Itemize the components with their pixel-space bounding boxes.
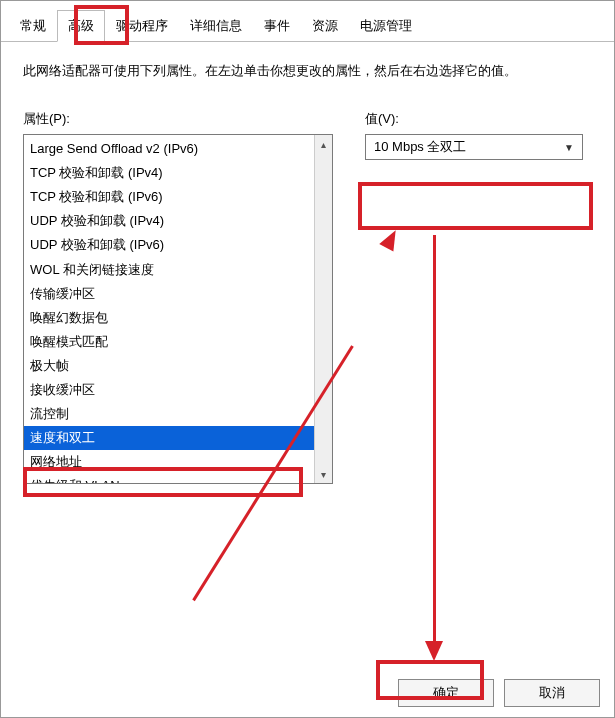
- chevron-down-icon: ▼: [560, 138, 578, 156]
- listbox-scrollbar[interactable]: ▴ ▾: [314, 135, 332, 483]
- value-dropdown[interactable]: 10 Mbps 全双工 ▼: [365, 134, 583, 160]
- property-list-item[interactable]: 极大帧: [24, 354, 314, 378]
- cancel-button[interactable]: 取消: [504, 679, 600, 707]
- ok-button[interactable]: 确定: [398, 679, 494, 707]
- property-list-item[interactable]: WOL 和关闭链接速度: [24, 258, 314, 282]
- property-list-item[interactable]: 网络地址: [24, 450, 314, 474]
- value-dropdown-selected: 10 Mbps 全双工: [374, 138, 466, 156]
- property-list-item[interactable]: 唤醒幻数据包: [24, 306, 314, 330]
- property-list-item[interactable]: 速度和双工: [24, 426, 314, 450]
- scroll-up-icon[interactable]: ▴: [316, 135, 332, 153]
- tab-power-management[interactable]: 电源管理: [349, 10, 423, 42]
- property-list-item[interactable]: Large Send Offload v2 (IPv6): [24, 137, 314, 161]
- tab-content-advanced: 此网络适配器可使用下列属性。在左边单击你想更改的属性，然后在右边选择它的值。 属…: [1, 42, 614, 658]
- tab-driver[interactable]: 驱动程序: [105, 10, 179, 42]
- property-label: 属性(P):: [23, 110, 333, 128]
- tab-details[interactable]: 详细信息: [179, 10, 253, 42]
- property-list-item[interactable]: TCP 校验和卸载 (IPv6): [24, 185, 314, 209]
- tab-strip: 常规 高级 驱动程序 详细信息 事件 资源 电源管理: [1, 1, 614, 42]
- property-listbox[interactable]: Large Send Offload v2 (IPv6)TCP 校验和卸载 (I…: [23, 134, 333, 484]
- tab-events[interactable]: 事件: [253, 10, 301, 42]
- tab-resources[interactable]: 资源: [301, 10, 349, 42]
- property-list-item[interactable]: UDP 校验和卸载 (IPv4): [24, 209, 314, 233]
- tab-advanced[interactable]: 高级: [57, 10, 105, 42]
- property-list-item[interactable]: 接收缓冲区: [24, 378, 314, 402]
- tab-general[interactable]: 常规: [9, 10, 57, 42]
- properties-dialog: 常规 高级 驱动程序 详细信息 事件 资源 电源管理 此网络适配器可使用下列属性…: [0, 0, 615, 718]
- property-list-item[interactable]: 优先级和 VLAN: [24, 474, 314, 483]
- property-list-item[interactable]: 流控制: [24, 402, 314, 426]
- scroll-down-icon[interactable]: ▾: [316, 465, 332, 483]
- property-list-item[interactable]: TCP 校验和卸载 (IPv4): [24, 161, 314, 185]
- value-label: 值(V):: [365, 110, 592, 128]
- property-list-item[interactable]: 传输缓冲区: [24, 282, 314, 306]
- description-text: 此网络适配器可使用下列属性。在左边单击你想更改的属性，然后在右边选择它的值。: [23, 60, 592, 82]
- property-list-item[interactable]: UDP 校验和卸载 (IPv6): [24, 233, 314, 257]
- property-list-item[interactable]: 唤醒模式匹配: [24, 330, 314, 354]
